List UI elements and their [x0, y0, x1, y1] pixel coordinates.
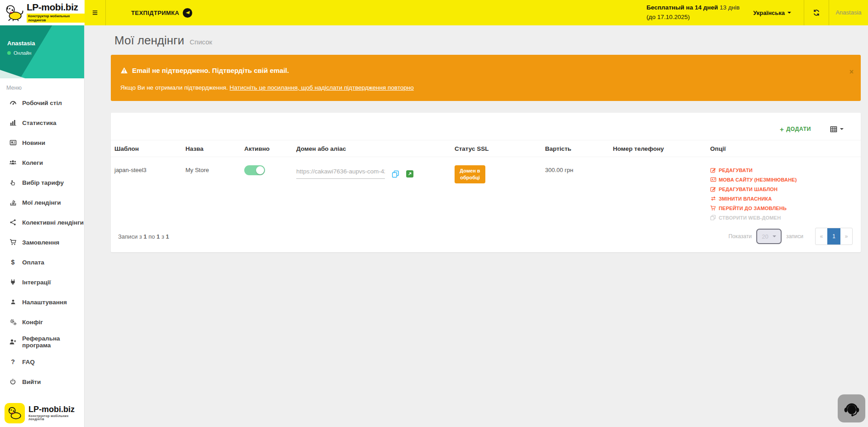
header-right: Бесплатный на 14 дней 13 днів (до 17.10.… [646, 0, 868, 25]
sidebar-item-news[interactable]: Новини [0, 133, 84, 153]
page-subtitle: Список [190, 38, 212, 46]
ssl-status-cell: Домен в обробці [455, 163, 545, 183]
close-icon[interactable]: × [849, 68, 854, 76]
footer-controls: Показати 20 записи « 1 » [728, 228, 853, 245]
sidebar-item-label: Оплата [22, 259, 44, 266]
alert-text: Якщо Ви не отримали підтвердження. [120, 84, 230, 91]
sidebar-item-label: Налаштування [22, 299, 67, 306]
card-toolbar: + ДОДАТИ [111, 113, 861, 134]
sidebar-item-tariff[interactable]: Вибір тарифу [0, 173, 84, 192]
sidebar-user-name: Anastasia [7, 40, 35, 47]
records-info: Записи з 1 по 1 з 1 [118, 233, 169, 240]
refresh-button[interactable] [804, 0, 829, 25]
copy-icon[interactable] [392, 170, 399, 178]
option-site-language[interactable]: МОВА САЙТУ (НЕЗМІНЮВАНЕ) [710, 177, 861, 182]
table-footer: Записи з 1 по 1 з 1 Показати 20 записи «… [118, 228, 853, 245]
option-go-to-orders[interactable]: ПЕРЕЙТИ ДО ЗАМОВЛЕНЬ [710, 205, 861, 211]
active-toggle[interactable] [244, 165, 265, 175]
sidebar-item-label: Статистика [22, 120, 56, 126]
sidebar-item-orders[interactable]: Замовлення [0, 232, 84, 252]
transfer-icon [710, 196, 716, 202]
page-size-select[interactable]: 20 [756, 229, 782, 244]
alert-heading-row: Email не підтверджено. Підтвердіть свій … [111, 55, 861, 74]
language-selector[interactable]: Українська [753, 10, 791, 16]
page-title: Мої лендінги [114, 34, 184, 48]
referral-user-plus-icon [9, 338, 17, 345]
orders-cart-icon [9, 239, 17, 246]
pagination-prev-button[interactable]: « [816, 228, 827, 245]
shared-landings-icon [9, 219, 17, 226]
sidebar-item-logout[interactable]: Вийти [0, 372, 84, 392]
support-chat-button[interactable] [838, 394, 865, 422]
trial-info: Бесплатный на 14 дней 13 днів (до 17.10.… [646, 3, 740, 22]
config-gears-icon [9, 318, 17, 326]
sidebar-item-config[interactable]: Конфіг [0, 312, 84, 332]
option-edit[interactable]: РЕДАГУВАТИ [710, 167, 861, 173]
table-row: japan-steel3 My Store Домен в обробці [111, 157, 861, 224]
sidebar-item-label: Колективні лендінги [22, 219, 84, 226]
page-head: Мої лендінги Список [111, 32, 861, 55]
pagination-page-1[interactable]: 1 [827, 228, 840, 245]
sidebar-item-integrations[interactable]: Інтеграції [0, 272, 84, 292]
options-cell: РЕДАГУВАТИ МОВА САЙТУ (НЕЗМІНЮВАНЕ) РЕДА… [710, 163, 861, 224]
add-button-label: ДОДАТИ [786, 126, 811, 132]
sidebar-item-statistics[interactable]: Статистика [0, 113, 84, 133]
chevron-down-icon [773, 235, 776, 237]
add-landing-button[interactable]: + ДОДАТИ [780, 126, 811, 133]
main-content: Мої лендінги Список Email не підтверджен… [85, 25, 868, 427]
sidebar-item-colleagues[interactable]: Колеги [0, 153, 84, 173]
option-label: МОВА САЙТУ (НЕЗМІНЮВАНЕ) [719, 177, 797, 182]
column-header: Назва [185, 145, 244, 152]
sidebar-item-label: Новини [22, 139, 45, 146]
sidebar-item-label: Колеги [22, 159, 43, 166]
sidebar-item-label: FAQ [22, 359, 35, 365]
sidebar-item-settings[interactable]: Налаштування [0, 292, 84, 312]
column-header: Номер телефону [613, 145, 710, 152]
sidebar-item-referral[interactable]: Реферальна програма [0, 332, 84, 352]
payment-dollar-icon: $ [9, 259, 17, 265]
pagination: « 1 » [815, 228, 853, 245]
option-change-owner[interactable]: ЗМІНИТИ ВЛАСНИКА [710, 196, 861, 202]
cart-icon [710, 205, 716, 211]
edit-icon [710, 186, 716, 192]
sidebar-item-dashboard[interactable]: Робочий стіл [0, 93, 84, 113]
hamburger-menu-icon[interactable]: ≡ [85, 0, 105, 25]
sidebar-item-faq[interactable]: ? FAQ [0, 352, 84, 372]
sidebar-item-label: Замовлення [22, 239, 59, 246]
online-status-icon [7, 51, 11, 55]
sidebar-item-shared-landings[interactable]: Колективні лендінги [0, 212, 84, 232]
trial-until: (до 17.10.2025) [646, 14, 690, 20]
tariff-icon [9, 179, 17, 186]
option-label: РЕДАГУВАТИ [719, 168, 753, 173]
active-cell [244, 163, 296, 175]
sidebar-item-my-landings[interactable]: Мої лендінги [0, 192, 84, 212]
sidebar-item-payment[interactable]: $ Оплата [0, 252, 84, 272]
refresh-icon [813, 9, 820, 16]
news-icon [9, 139, 17, 146]
logo-title: LP-mobi.biz [27, 2, 85, 12]
pagination-next-button[interactable]: » [840, 228, 852, 245]
ssl-status-badge: Домен в обробці [455, 165, 485, 183]
alert-body: Якщо Ви не отримали підтвердження. Натис… [111, 74, 861, 91]
dog-logo-icon [5, 403, 25, 423]
column-settings-button[interactable] [830, 126, 844, 133]
footer-logo-title: LP-mobi.biz [28, 405, 84, 414]
open-landing-icon[interactable] [406, 170, 413, 178]
table-grid-icon [830, 126, 837, 133]
trial-days-left: 13 днів [720, 4, 740, 11]
logo-tagline: Конструктор мобильных лендингов [27, 14, 85, 23]
domain-input[interactable] [296, 166, 385, 179]
app-logo: LP-mobi.biz Конструктор мобильных лендин… [0, 0, 85, 25]
sidebar-item-label: Робочий стіл [22, 100, 62, 106]
headset-icon [843, 399, 861, 417]
support-link[interactable]: ТЕХПІДТРИМКА [131, 8, 192, 18]
option-label: СТВОРИТИ WEB-ДОМЕН [719, 215, 781, 221]
resend-confirmation-link[interactable]: Натисніть це посилання, щоб надіслати пі… [230, 84, 414, 91]
option-edit-template[interactable]: РЕДАГУВАТИ ШАБЛОН [710, 186, 861, 192]
user-menu[interactable]: Anastasia [829, 0, 868, 25]
footer-logo-tagline: Конструктор мобільних лендінгів [28, 414, 84, 421]
edit-icon [710, 167, 716, 173]
stats-icon [9, 119, 17, 126]
column-header: Активно [244, 145, 296, 152]
menu-section-label: Меню [6, 85, 84, 91]
